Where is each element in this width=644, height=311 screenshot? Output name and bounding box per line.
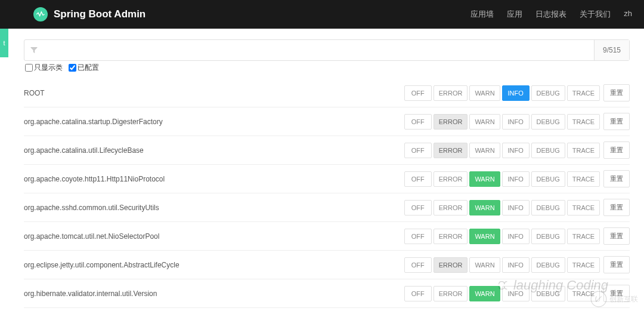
level-buttons: OFFERRORWARNINFODEBUGTRACE	[404, 143, 600, 158]
level-warn-button[interactable]: WARN	[469, 229, 500, 244]
level-off-button[interactable]: OFF	[404, 171, 432, 187]
logger-name: org.apache.sshd.common.util.SecurityUtil…	[24, 204, 404, 212]
level-trace-button[interactable]: TRACE	[567, 171, 600, 187]
side-tab[interactable]: t	[0, 29, 8, 57]
filter-counter: 9/515	[594, 40, 629, 60]
logger-name: org.apache.catalina.util.LifecycleBase	[24, 146, 404, 155]
level-error-button[interactable]: ERROR	[434, 286, 468, 301]
nav-about[interactable]: 关于我们	[580, 9, 611, 20]
level-error-button[interactable]: ERROR	[434, 257, 468, 273]
level-buttons: OFFERRORWARNINFODEBUGTRACE	[404, 114, 600, 130]
level-trace-button[interactable]: TRACE	[567, 257, 600, 273]
level-off-button[interactable]: OFF	[404, 229, 432, 244]
brand-title: Spring Boot Admin	[54, 8, 145, 20]
level-trace-button[interactable]: TRACE	[567, 286, 600, 301]
level-warn-button[interactable]: WARN	[469, 257, 500, 273]
level-warn-button[interactable]: WARN	[469, 286, 500, 301]
reset-button[interactable]: 重置	[603, 199, 630, 216]
reset-button[interactable]: 重置	[603, 113, 630, 130]
logger-rows: ROOTOFFERRORWARNINFODEBUGTRACE重置org.apac…	[24, 79, 630, 311]
logger-name: org.hibernate.validator.internal.util.Ve…	[24, 290, 404, 298]
level-error-button[interactable]: ERROR	[434, 200, 468, 215]
level-trace-button[interactable]: TRACE	[567, 229, 600, 244]
level-debug-button[interactable]: DEBUG	[531, 229, 565, 244]
check-class-only[interactable]: 只显示类	[25, 63, 63, 73]
check-configured-input[interactable]	[69, 64, 76, 72]
top-nav: 应用墙 应用 日志报表 关于我们 zh	[470, 9, 632, 20]
level-warn-button[interactable]: WARN	[469, 143, 500, 158]
brand-wrap: Spring Boot Admin	[33, 7, 145, 21]
level-warn-button[interactable]: WARN	[469, 114, 500, 130]
logger-row: org.eclipse.jetty.util.component.Abstrac…	[24, 251, 630, 279]
filter-icon	[30, 47, 38, 54]
level-debug-button[interactable]: DEBUG	[531, 143, 565, 158]
check-configured[interactable]: 已配置	[69, 63, 99, 73]
reset-button[interactable]: 重置	[603, 170, 630, 187]
level-debug-button[interactable]: DEBUG	[531, 171, 565, 187]
level-debug-button[interactable]: DEBUG	[531, 85, 565, 101]
level-buttons: OFFERRORWARNINFODEBUGTRACE	[404, 200, 600, 215]
reset-button[interactable]: 重置	[603, 256, 630, 273]
logger-row: org.apache.coyote.http11.Http11NioProtoc…	[24, 165, 630, 193]
level-buttons: OFFERRORWARNINFODEBUGTRACE	[404, 171, 600, 187]
level-info-button[interactable]: INFO	[502, 257, 530, 273]
nav-lang[interactable]: zh	[624, 9, 632, 20]
reset-button[interactable]: 重置	[603, 285, 630, 302]
logger-row: org.apache.tomcat.util.net.NioSelectorPo…	[24, 222, 630, 251]
level-debug-button[interactable]: DEBUG	[531, 257, 565, 273]
level-off-button[interactable]: OFF	[404, 143, 432, 158]
logo-icon	[33, 7, 48, 21]
level-warn-button[interactable]: WARN	[469, 200, 500, 215]
level-buttons: OFFERRORWARNINFODEBUGTRACE	[404, 286, 600, 301]
level-debug-button[interactable]: DEBUG	[531, 114, 565, 130]
logger-row: org.hibernate.validator.internal.util.Ve…	[24, 279, 630, 308]
level-off-button[interactable]: OFF	[404, 114, 432, 130]
logger-name: org.eclipse.jetty.util.component.Abstrac…	[24, 261, 404, 269]
nav-apps[interactable]: 应用	[507, 9, 522, 20]
logger-row: org.springframework.boot.actuate.endpoin…	[24, 308, 630, 311]
level-debug-button[interactable]: DEBUG	[531, 286, 565, 301]
level-info-button[interactable]: INFO	[502, 85, 530, 101]
main-content: 9/515 只显示类 已配置 ROOTOFFERRORWARNINFODEBUG…	[0, 29, 644, 311]
reset-button[interactable]: 重置	[603, 227, 630, 245]
reset-button[interactable]: 重置	[603, 141, 630, 159]
level-error-button[interactable]: ERROR	[434, 171, 468, 187]
level-trace-button[interactable]: TRACE	[567, 200, 600, 215]
level-off-button[interactable]: OFF	[404, 200, 432, 215]
filter-checks: 只显示类 已配置	[24, 60, 630, 79]
logger-name: ROOT	[24, 89, 404, 97]
level-info-button[interactable]: INFO	[502, 200, 530, 215]
level-buttons: OFFERRORWARNINFODEBUGTRACE	[404, 229, 600, 244]
nav-journal[interactable]: 日志报表	[535, 9, 566, 20]
level-warn-button[interactable]: WARN	[469, 85, 500, 101]
level-trace-button[interactable]: TRACE	[567, 85, 600, 101]
level-warn-button[interactable]: WARN	[469, 171, 500, 187]
level-trace-button[interactable]: TRACE	[567, 143, 600, 158]
logger-name: org.apache.tomcat.util.net.NioSelectorPo…	[24, 232, 404, 241]
level-info-button[interactable]: INFO	[502, 229, 530, 244]
level-error-button[interactable]: ERROR	[434, 229, 468, 244]
level-trace-button[interactable]: TRACE	[567, 114, 600, 130]
level-error-button[interactable]: ERROR	[434, 114, 468, 130]
filter-bar: 9/515	[24, 39, 630, 61]
level-error-button[interactable]: ERROR	[434, 143, 468, 158]
level-buttons: OFFERRORWARNINFODEBUGTRACE	[404, 257, 600, 273]
logger-row: org.apache.sshd.common.util.SecurityUtil…	[24, 193, 630, 222]
level-off-button[interactable]: OFF	[404, 85, 432, 101]
logger-name: org.apache.catalina.startup.DigesterFact…	[24, 118, 404, 126]
level-off-button[interactable]: OFF	[404, 286, 432, 301]
level-info-button[interactable]: INFO	[502, 143, 530, 158]
logger-row: ROOTOFFERRORWARNINFODEBUGTRACE重置	[24, 79, 630, 107]
logger-row: org.apache.catalina.startup.DigesterFact…	[24, 107, 630, 136]
level-info-button[interactable]: INFO	[502, 171, 530, 187]
level-off-button[interactable]: OFF	[404, 257, 432, 273]
nav-wallboard[interactable]: 应用墙	[470, 9, 494, 20]
logger-row: org.apache.catalina.util.LifecycleBaseOF…	[24, 136, 630, 165]
reset-button[interactable]: 重置	[603, 84, 630, 101]
check-class-only-input[interactable]	[25, 64, 33, 72]
level-error-button[interactable]: ERROR	[434, 85, 468, 101]
level-info-button[interactable]: INFO	[502, 286, 530, 301]
level-info-button[interactable]: INFO	[502, 114, 530, 130]
filter-input[interactable]	[24, 40, 594, 60]
level-debug-button[interactable]: DEBUG	[531, 200, 565, 215]
